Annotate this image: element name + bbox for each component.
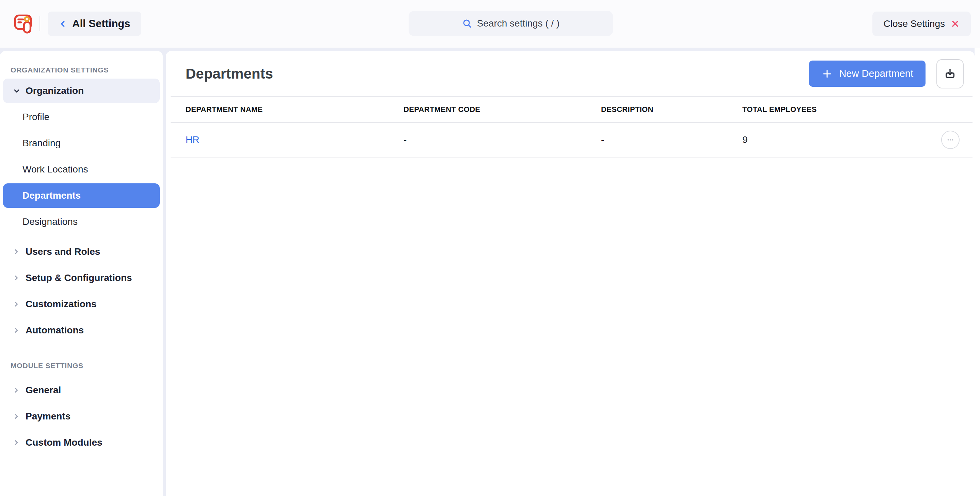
- page-header: Departments New Department: [170, 51, 975, 96]
- sidebar-item-automations[interactable]: Automations: [3, 318, 160, 342]
- content-area: ORGANIZATION SETTINGS Organization Profi…: [0, 48, 980, 496]
- col-department-name: DEPARTMENT NAME: [186, 105, 404, 114]
- chevron-right-icon: [13, 439, 21, 446]
- header-actions: New Department: [809, 59, 964, 89]
- section-organization-settings: ORGANIZATION SETTINGS: [3, 63, 160, 77]
- sidebar-item-label: Users and Roles: [25, 246, 100, 257]
- scrollbar-gutter: [975, 48, 980, 496]
- chevron-right-icon: [13, 248, 21, 255]
- chevron-right-icon: [13, 274, 21, 282]
- col-department-code: DEPARTMENT CODE: [404, 105, 601, 114]
- sidebar-item-label: Work Locations: [22, 164, 88, 175]
- col-description: DESCRIPTION: [601, 105, 742, 114]
- sidebar-item-label: Automations: [25, 325, 84, 336]
- new-department-label: New Department: [839, 68, 913, 79]
- sidebar-item-label: Setup & Configurations: [25, 273, 132, 284]
- sidebar-item-label: Departments: [22, 190, 81, 201]
- chevron-right-icon: [13, 326, 21, 334]
- sidebar-item-general[interactable]: General: [3, 378, 160, 403]
- sidebar-item-departments[interactable]: Departments: [3, 183, 160, 208]
- all-settings-label: All Settings: [72, 18, 130, 30]
- ellipsis-icon: [946, 135, 955, 144]
- sidebar-item-label: Organization: [25, 86, 84, 96]
- chevron-left-icon: [59, 19, 67, 28]
- plus-icon: [821, 68, 833, 79]
- download-icon: [943, 67, 956, 80]
- topbar-divider: [40, 16, 40, 31]
- sidebar-item-label: Designations: [22, 216, 78, 227]
- app-logo-icon[interactable]: [14, 14, 33, 34]
- settings-sidebar: ORGANIZATION SETTINGS Organization Profi…: [0, 51, 163, 496]
- sidebar-item-users-and-roles[interactable]: Users and Roles: [3, 239, 160, 264]
- sidebar-item-work-locations[interactable]: Work Locations: [3, 157, 160, 182]
- sidebar-item-label: Customizations: [25, 299, 96, 310]
- chevron-right-icon: [13, 387, 21, 394]
- row-actions-button[interactable]: [941, 131, 959, 149]
- total-employees-cell: 9: [742, 135, 928, 145]
- department-code-cell: -: [404, 135, 601, 145]
- chevron-down-icon: [13, 87, 21, 95]
- sidebar-item-customizations[interactable]: Customizations: [3, 292, 160, 316]
- sidebar-item-label: Custom Modules: [25, 437, 102, 448]
- all-settings-back-button[interactable]: All Settings: [48, 11, 141, 36]
- section-module-settings: MODULE SETTINGS: [3, 359, 160, 372]
- chevron-right-icon: [13, 300, 21, 308]
- department-name-link[interactable]: HR: [186, 135, 404, 145]
- close-settings-label: Close Settings: [883, 18, 945, 29]
- description-cell: -: [601, 135, 742, 145]
- sidebar-item-branding[interactable]: Branding: [3, 131, 160, 155]
- sidebar-item-organization[interactable]: Organization: [3, 79, 160, 103]
- chevron-right-icon: [13, 413, 21, 420]
- table-header-row: DEPARTMENT NAME DEPARTMENT CODE DESCRIPT…: [170, 96, 972, 123]
- page-title: Departments: [186, 66, 273, 82]
- sidebar-item-payments[interactable]: Payments: [3, 404, 160, 429]
- search-settings-input[interactable]: Search settings ( / ): [409, 11, 613, 36]
- top-bar: All Settings Search settings ( / ) Close…: [0, 0, 980, 48]
- col-total-employees: TOTAL EMPLOYEES: [742, 105, 928, 114]
- sidebar-item-label: Payments: [25, 411, 70, 422]
- sidebar-item-label: General: [25, 385, 61, 396]
- sidebar-item-profile[interactable]: Profile: [3, 105, 160, 129]
- sidebar-item-custom-modules[interactable]: Custom Modules: [3, 430, 160, 455]
- new-department-button[interactable]: New Department: [809, 60, 926, 87]
- sidebar-item-label: Branding: [22, 138, 60, 149]
- close-x-icon: [950, 19, 960, 29]
- sidebar-item-designations[interactable]: Designations: [3, 209, 160, 234]
- search-icon: [462, 18, 472, 29]
- sidebar-item-setup-configurations[interactable]: Setup & Configurations: [3, 266, 160, 290]
- close-settings-button[interactable]: Close Settings: [872, 11, 971, 36]
- search-placeholder: Search settings ( / ): [477, 18, 560, 29]
- departments-table: DEPARTMENT NAME DEPARTMENT CODE DESCRIPT…: [170, 96, 972, 157]
- sidebar-item-label: Profile: [22, 112, 49, 122]
- table-row[interactable]: HR - - 9: [170, 123, 972, 157]
- departments-panel: Departments New Department: [166, 51, 975, 496]
- export-button[interactable]: [936, 59, 964, 89]
